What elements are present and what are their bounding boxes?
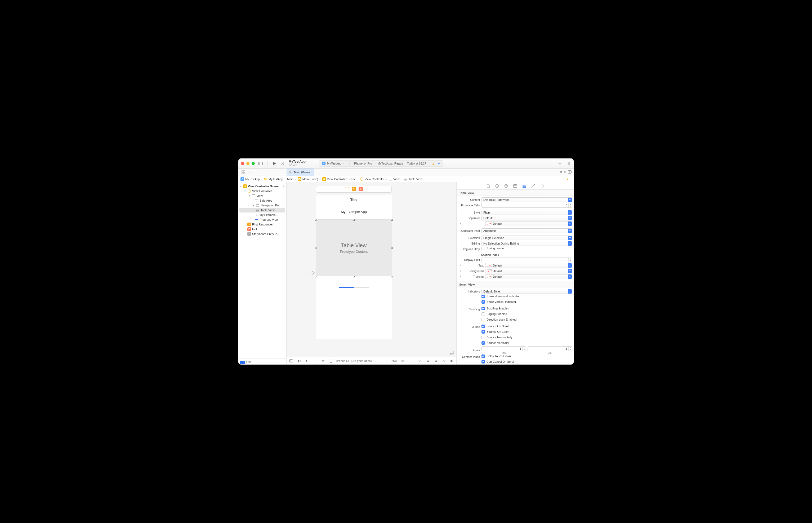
resolve-icon[interactable]: △ (441, 358, 446, 363)
outline-navbar[interactable]: ▸ Navigation Bar (238, 203, 286, 208)
outline-scene[interactable]: ▾S View Controller Scene ⊙ (238, 184, 286, 188)
bounce-h-checkbox[interactable]: Bounce Horizontally (481, 336, 572, 339)
zoom-window[interactable] (252, 162, 255, 165)
add-sep-color[interactable]: + (459, 222, 462, 226)
minimize-window[interactable] (246, 162, 250, 165)
style-popup[interactable]: Plain (481, 210, 572, 215)
outline-label[interactable]: L My Example... (238, 213, 286, 217)
cloud-icon[interactable]: ☁︎ (437, 162, 440, 165)
library-button[interactable]: ＋ (557, 160, 563, 167)
outline-first-responder[interactable]: 1 First Responder (238, 222, 286, 227)
run-button[interactable] (272, 160, 278, 167)
separator-popup[interactable]: Default (481, 216, 572, 220)
destination-segment[interactable]: iPhone 14 Pro (347, 161, 375, 166)
device-label[interactable]: iPhone SE (3rd generation) (336, 359, 372, 362)
paging-enabled-checkbox[interactable]: Paging Enabled (481, 312, 572, 316)
content-popup[interactable]: Dynamic Prototypes (481, 197, 572, 202)
add-tracking-color[interactable]: + (459, 275, 462, 278)
direction-lock-checkbox[interactable]: Direction Lock Enabled (481, 318, 572, 321)
outline-exit[interactable]: E Exit (238, 227, 286, 232)
attributes-tab[interactable] (521, 183, 527, 188)
zoom-min-stepper[interactable]: 1▲▼ (481, 346, 526, 351)
prototype-cells-stepper[interactable]: 0▲▼ (481, 203, 572, 208)
outline-toggle-icon[interactable] (289, 358, 294, 363)
scrolling-enabled-checkbox[interactable]: Scrolling Enabled (481, 307, 572, 310)
file-ininspector-tab[interactable] (485, 183, 491, 188)
history-tab[interactable] (495, 183, 500, 188)
text-color-popup[interactable]: Default (485, 263, 572, 268)
progress-bar[interactable] (339, 287, 369, 288)
jump-bar[interactable]: AMyTestApp› 📁MyTestApp› Main› IBMain (Ba… (238, 176, 574, 182)
close-window[interactable] (241, 162, 244, 165)
related-items-icon[interactable] (240, 169, 246, 175)
constraints-1-icon[interactable]: ⤢ (417, 358, 422, 363)
size-tab[interactable] (531, 183, 536, 188)
dock-exit-icon[interactable]: E (358, 187, 363, 191)
editor-tab[interactable]: ✕ Main (Base) (287, 168, 314, 176)
add-editor-icon[interactable] (568, 170, 572, 174)
help-tab[interactable]: ? (503, 183, 509, 188)
jump-back-icon[interactable]: ‹ (564, 178, 565, 181)
outline-view[interactable]: ▾ View (238, 194, 286, 198)
toggle-navigator-icon[interactable] (257, 160, 264, 167)
separator-color-popup[interactable]: Default (485, 221, 572, 226)
bounce-zoom-checkbox[interactable]: Bounce On Zoom (481, 330, 572, 333)
nav-bar[interactable]: Title (316, 195, 392, 204)
adjust-editor-icon[interactable]: ◧ (297, 358, 302, 363)
device-config-icon[interactable]: ▭ (320, 358, 326, 363)
cancel-scroll-checkbox[interactable]: Can Cancel On Scroll (481, 360, 572, 363)
add-text-color[interactable]: + (459, 264, 462, 267)
adjust-icon[interactable]: ≡ (564, 170, 566, 174)
separator-inset-popup[interactable]: Automatic (481, 228, 572, 233)
editing-popup[interactable]: No Selection During Editing (481, 241, 572, 246)
scheme-selector[interactable]: MyTestApp master (289, 160, 306, 166)
scheme-segment[interactable]: A MyTestApp › (319, 161, 347, 166)
outline-vc[interactable]: ▾ View Controller (238, 188, 286, 194)
outline-safe-area[interactable]: Safe Area (238, 198, 286, 203)
orientation-icon[interactable]: ⬚ (313, 358, 318, 363)
align-icon[interactable]: ⊟ (425, 358, 430, 363)
show-v-indicator-checkbox[interactable]: Show Vertical Indicator (481, 300, 572, 304)
identity-tab[interactable] (513, 183, 518, 188)
delay-touch-checkbox[interactable]: Delay Touch Down (481, 355, 572, 358)
connections-tab[interactable] (539, 183, 545, 188)
zoom-out-icon[interactable]: －⃝ (384, 358, 389, 363)
scene-dock[interactable]: 1 E (316, 186, 392, 193)
zoom-label[interactable]: 85% (391, 359, 397, 362)
dock-vc-icon[interactable] (345, 187, 349, 191)
storyboard-canvas[interactable]: 1 E Title My Example App Table View Prot… (287, 182, 456, 357)
dock-first-responder-icon[interactable]: 1 (352, 187, 356, 191)
debug-tag[interactable] (240, 361, 245, 364)
swap-icon[interactable]: ⇄ (559, 170, 562, 174)
toggle-inspector-icon[interactable] (565, 160, 571, 167)
view-controller-canvas[interactable]: 1 E Title My Example App Table View Prot… (316, 195, 392, 339)
spring-loaded-checkbox[interactable]: Spring Loaded (481, 247, 572, 250)
zoom-max-stepper[interactable]: 1▲▼ (528, 346, 572, 351)
add-bg-color[interactable]: + (459, 269, 462, 273)
bounce-scroll-checkbox[interactable]: Bounce On Scroll (481, 325, 572, 328)
indicators-popup[interactable]: Default Style (481, 289, 572, 294)
zoom-in-icon[interactable]: ＋⃝ (400, 358, 405, 363)
display-limit-stepper[interactable]: 0▲▼ (481, 257, 572, 262)
back-button[interactable]: ‹ (247, 169, 253, 175)
appearance-icon[interactable]: ◐ (304, 358, 310, 363)
minimap-icon[interactable] (449, 351, 454, 355)
selection-popup[interactable]: Single Selection (481, 236, 572, 240)
jump-warn-icon[interactable]: ▲ (566, 178, 569, 181)
background-color-popup[interactable]: Default (485, 269, 572, 273)
scene-options-icon[interactable]: ⊙ (282, 185, 285, 188)
forward-button[interactable]: › (253, 169, 259, 175)
phone-icon[interactable] (328, 358, 334, 363)
embed-icon[interactable]: ▣ (449, 358, 454, 363)
bounce-v-checkbox[interactable]: Bounce Vertically (481, 341, 572, 345)
jump-forward-icon[interactable]: › (570, 178, 572, 181)
show-h-indicator-checkbox[interactable]: Show Horizontal Indicator (481, 295, 572, 298)
outline-entry[interactable]: → Storyboard Entry P... (238, 232, 286, 236)
outline-progress[interactable]: Progress View (238, 217, 286, 222)
outline-tableview[interactable]: Table View (239, 208, 285, 213)
pin-icon[interactable]: ⊞ (433, 358, 438, 363)
table-view-placeholder[interactable]: Table View Prototype Content (316, 220, 392, 276)
warning-icon[interactable]: ▲ (432, 162, 435, 165)
label-cell[interactable]: My Example App (316, 204, 392, 220)
tracking-color-popup[interactable]: Default (485, 274, 572, 279)
